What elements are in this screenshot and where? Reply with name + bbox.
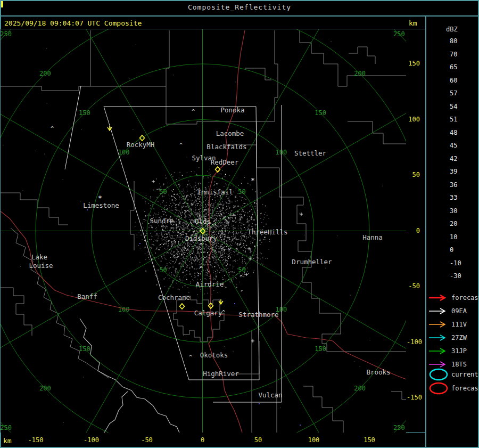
county-boundary [391, 392, 406, 400]
radar-sector-outline [65, 86, 81, 169]
x-axis-unit-label: km [3, 437, 12, 445]
city-label-brooks: Brooks [366, 368, 390, 376]
legend-label-09EA: 09EA [451, 307, 478, 315]
colorbar-value-label: 70 [450, 51, 468, 58]
colorbar-value-label: -10 [450, 259, 468, 267]
legend-arrow-icon [428, 331, 450, 345]
ring-distance-label: 100 [118, 306, 130, 313]
y-axis-tick-label: -150 [407, 394, 420, 401]
caret-marker-icon: ^ [192, 109, 195, 115]
x-axis-tick-label: 0 [191, 436, 214, 444]
city-label-lake: Lake [31, 253, 47, 261]
legend-label-18TS: 18TS [451, 361, 478, 368]
city-label-ponoka: Ponoka [220, 106, 244, 114]
county-boundary [234, 341, 259, 374]
colorbar-value-label: 36 [450, 181, 468, 189]
legend-label-111V: 111V [451, 321, 478, 328]
county-boundary [348, 121, 406, 144]
caret-marker-icon: ^ [51, 126, 54, 132]
county-boundary [300, 30, 406, 86]
frame-top [0, 0, 479, 1]
colorbar-value-label: 57 [450, 89, 468, 97]
city-label-innisfail: Innisfail [197, 188, 233, 196]
ring-distance-label: 50 [159, 188, 167, 196]
colorbar-value-label: 48 [450, 129, 468, 136]
caret-marker-icon: ^ [179, 142, 183, 148]
colorbar-value-label: 39 [450, 168, 468, 175]
colorbar-title: dBZ [446, 26, 458, 33]
legend-arrow-icon [428, 291, 450, 305]
county-boundary [349, 47, 375, 64]
ring-distance-label: 200 [39, 385, 51, 392]
colorbar-value-label: 54 [450, 103, 468, 110]
ring-distance-label: 250 [1, 424, 12, 431]
colorbar-value-label: 42 [450, 155, 468, 162]
asterisk-marker-icon: * [98, 194, 102, 202]
blue-dot-marker [259, 403, 260, 404]
x-axis-tick-label: -150 [24, 436, 47, 444]
caret-marker-icon: ^ [240, 274, 243, 280]
caret-marker-icon: ^ [222, 309, 225, 315]
colorbar-value-label: 10 [450, 233, 468, 241]
park-boundary [104, 392, 128, 433]
city-label-hanna: Hanna [362, 233, 383, 241]
timestamp-label: 2025/09/18 09:04:07 UTC Composite [4, 19, 142, 27]
ring-distance-label: 200 [354, 70, 366, 77]
ring-distance-label: 100 [275, 149, 287, 156]
blue-dot-marker [234, 303, 235, 304]
legend-arrow-icon [428, 344, 450, 358]
city-label-vulcan: Vulcan [258, 391, 282, 399]
ring-distance-label: 150 [315, 109, 326, 117]
y-axis-tick-label: 150 [407, 60, 420, 67]
city-label-stettler: Stettler [294, 149, 327, 157]
colorbar-bottom-label: -30 [450, 272, 468, 280]
colorbar-value-label: 45 [450, 142, 468, 149]
city-label-banff: Banff [77, 292, 97, 300]
storm-cell-diamond-icon [180, 304, 185, 309]
colorbar-value-label: 30 [450, 207, 468, 215]
x-axis-tick-label: 50 [246, 436, 270, 444]
caret-marker-icon: ^ [200, 266, 203, 272]
window-title: Composite_Reflectivity [0, 3, 479, 11]
city-label-threehills: ThreeHills [247, 228, 287, 236]
ring-distance-label: 200 [354, 385, 366, 392]
plus-marker-icon [152, 180, 155, 183]
colorbar-value-label: 80 [450, 37, 468, 45]
county-boundary [245, 68, 271, 80]
county-boundary [130, 181, 134, 250]
x-axis-tick-label: -100 [80, 436, 103, 444]
colorbar-value-label: 51 [450, 116, 468, 123]
city-label-louise: Louise [29, 262, 53, 270]
ring-distance-label: 200 [39, 70, 51, 77]
county-boundary [275, 30, 278, 121]
colorbar-value-label: 20 [450, 220, 468, 227]
colorbar-value-label: 0 [450, 246, 468, 254]
radar-app-window: Composite_Reflectivity 2025/09/18 09:04:… [0, 0, 479, 448]
caret-marker-icon: ^ [200, 242, 203, 248]
y-axis-tick-label: 50 [407, 171, 420, 178]
blue-dot-marker [139, 243, 141, 244]
legend-ellipse-icon [428, 368, 450, 381]
county-boundary [174, 296, 224, 341]
city-label-didsbury: Didsbury [185, 234, 218, 242]
city-label-cochrane: Cochrane [158, 294, 190, 302]
legend-label-current: current [451, 371, 478, 378]
colorbar-value-label: 65 [450, 63, 468, 71]
y-axis-tick-label: 100 [407, 116, 420, 123]
city-label-strathmore: Strathmore [238, 311, 278, 319]
radar-map[interactable]: 5050505010010010010015015015015020020020… [1, 29, 406, 433]
city-label-olds: Olds [195, 217, 211, 225]
ring-distance-label: 250 [393, 30, 405, 38]
county-boundary [11, 228, 109, 378]
ring-distance-label: 150 [79, 345, 90, 353]
ring-distance-label: 150 [79, 109, 90, 117]
city-label-rockymh: RockyMH [127, 141, 155, 149]
city-label-okotoks: Okotoks [200, 351, 228, 359]
city-label-limestone: Limestone [83, 201, 119, 209]
ring-distance-label: 100 [118, 149, 130, 156]
city-label-sundre: Sundre [150, 217, 174, 225]
county-boundary [1, 288, 32, 336]
ring-distance-label: 50 [238, 188, 245, 196]
county-boundary [1, 86, 166, 91]
colorbar-value-label: 33 [450, 194, 468, 201]
